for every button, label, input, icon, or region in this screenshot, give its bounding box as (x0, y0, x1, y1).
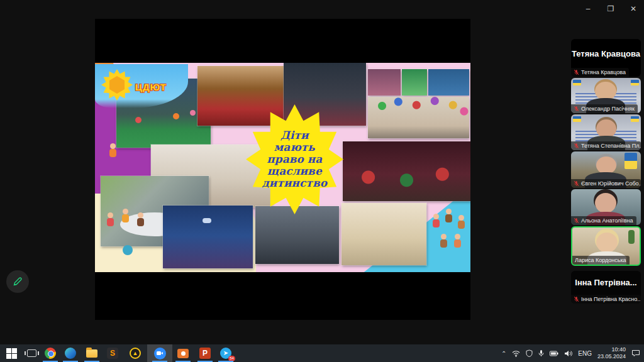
windows-taskbar: S ▲ P ➤ 54 ⌃ (0, 344, 644, 362)
clock[interactable]: 10:40 23.05.2024 (597, 346, 626, 361)
photo-stage-dance-small-3 (428, 69, 469, 96)
cdyut-logo-text: ЦДЮТ (135, 82, 167, 92)
participant-tile-alona-anatoliivna[interactable]: Альона Анатоліївна (571, 189, 641, 225)
taskbar-zoom-active[interactable] (153, 347, 166, 359)
muted-mic-icon (574, 69, 579, 75)
muted-mic-icon (574, 180, 579, 187)
participant-nameplate: Інна Петрівна Красно... (571, 295, 641, 304)
cartoon-ball (123, 245, 133, 255)
muted-mic-icon (574, 217, 579, 224)
volume-icon[interactable] (564, 350, 572, 357)
participant-nameplate: Олександр Пасічняк (571, 104, 638, 113)
battery-icon[interactable] (550, 351, 558, 356)
photo-folk-costume-group (343, 141, 470, 201)
participant-video-face (596, 156, 616, 174)
participant-nameplate: Тетяна Кравцова (571, 68, 629, 77)
office-plant (628, 230, 635, 244)
participant-nameplate: Лариса Кордонська (572, 256, 630, 265)
photo-stage-dance-small-2 (402, 69, 427, 96)
minimize-icon[interactable]: – (582, 4, 594, 14)
participant-tile-inna-petrivna[interactable]: Інна Петрівна... Інна Петрівна Красно... (571, 271, 641, 304)
banner-flag-icon (631, 116, 639, 122)
window-controls: – ❐ ✕ (582, 4, 639, 14)
ukraine-flag (625, 153, 637, 169)
participant-display-name: Інна Петрівна... (571, 277, 641, 287)
slogan-text: Діти мають право на щасливе дитинство (262, 129, 328, 189)
sun-icon (101, 69, 133, 101)
cartoon-dance-kid-1 (432, 214, 440, 229)
participant-video-face (596, 233, 618, 253)
participants-filmstrip: Тетяна Кравцова Тетяна Кравцова Олександ… (571, 39, 641, 305)
cartoon-dance-kid-4 (440, 234, 447, 249)
task-view-button[interactable] (25, 347, 38, 359)
shield-icon[interactable] (526, 349, 533, 357)
sublime-icon: S (107, 348, 118, 359)
presentation-slide: ЦДЮТ Діти мають право на щасливе дитинст… (95, 63, 470, 272)
banner-flag-icon (631, 80, 639, 85)
photo-children-with-balloons-stage (368, 97, 469, 138)
taskbar-screen-recorder[interactable] (177, 347, 189, 359)
powerpoint-icon: P (199, 348, 211, 359)
participant-nameplate: Тетяна Степанівна Пл.. (571, 141, 641, 150)
taskbar-edge[interactable] (64, 347, 77, 359)
pencil-icon (12, 276, 23, 287)
shared-screen-region: ЦДЮТ Діти мають право на щасливе дитинст… (95, 19, 470, 320)
taskbar-powerpoint[interactable]: P (199, 347, 211, 359)
banner-flag-icon (573, 116, 581, 122)
taskbar-sublime[interactable]: S (106, 347, 119, 359)
muted-mic-icon (574, 143, 579, 149)
participant-tile-yevhen-yuriyovych[interactable]: Євген Юрійович Собо... (571, 151, 641, 188)
notification-center-icon[interactable] (631, 349, 640, 357)
participant-video-face (595, 193, 616, 213)
participant-nameplate: Євген Юрійович Собо... (571, 179, 641, 188)
zoom-icon (154, 348, 166, 359)
screen-recorder-icon (177, 349, 189, 358)
muted-mic-icon (574, 296, 579, 302)
start-button[interactable] (5, 347, 18, 359)
participant-display-name: Тетяна Кравцова (571, 48, 641, 58)
cartoon-kid-ball-2 (121, 209, 129, 224)
banner-flag-icon (573, 80, 581, 85)
tray-time: 10:40 (597, 346, 626, 353)
windows-logo-icon (6, 348, 17, 359)
taskbar-aimp[interactable]: ▲ (129, 347, 142, 359)
cartoon-kid-ball-1 (106, 212, 114, 228)
participant-tile-oleksandr-pasichnyak[interactable]: Олександр Пасічняк (571, 78, 641, 113)
cartoon-kid-ball-3 (136, 212, 144, 228)
system-tray: ⌃ ENG 10:40 23.05.2024 (501, 344, 644, 362)
close-icon[interactable]: ✕ (628, 4, 639, 14)
participant-tile-larysa-kordonska-active-speaker[interactable]: Лариса Кордонська (571, 226, 641, 266)
aimp-icon: ▲ (130, 348, 141, 359)
language-indicator[interactable]: ENG (578, 350, 592, 357)
taskbar-file-explorer[interactable] (86, 347, 98, 359)
participant-tile-tetyana-stepanivna[interactable]: Тетяна Степанівна Пл.. (571, 114, 641, 150)
photo-folk-dancer-jump (163, 206, 253, 268)
cartoon-kid-fishing (109, 143, 116, 158)
photo-stage-dance-small-1 (368, 69, 401, 96)
participant-tile-tetyana-kravtsova[interactable]: Тетяна Кравцова Тетяна Кравцова (571, 39, 641, 77)
photo-kids-embroidered-shirts (255, 206, 339, 264)
file-explorer-icon (86, 349, 97, 358)
tray-chevron-icon[interactable]: ⌃ (501, 350, 506, 357)
chrome-icon (45, 348, 56, 359)
photo-puppet-theatre-staircase (341, 203, 426, 265)
cartoon-dance-kid-5 (453, 234, 461, 249)
taskbar-telegram[interactable]: ➤ 54 (219, 347, 232, 359)
edge-icon (65, 348, 76, 359)
wifi-icon[interactable] (512, 350, 520, 357)
annotate-button[interactable] (6, 270, 29, 293)
restore-icon[interactable]: ❐ (605, 4, 616, 14)
cartoon-dance-kid-2 (445, 209, 452, 224)
participant-nameplate: Альона Анатоліївна (571, 216, 636, 225)
task-view-icon (27, 349, 36, 357)
mic-icon[interactable] (538, 349, 544, 357)
taskbar-chrome[interactable] (44, 347, 57, 359)
cartoon-dance-kid-3 (457, 215, 465, 230)
tray-date: 23.05.2024 (597, 353, 626, 360)
muted-mic-icon (574, 106, 579, 112)
